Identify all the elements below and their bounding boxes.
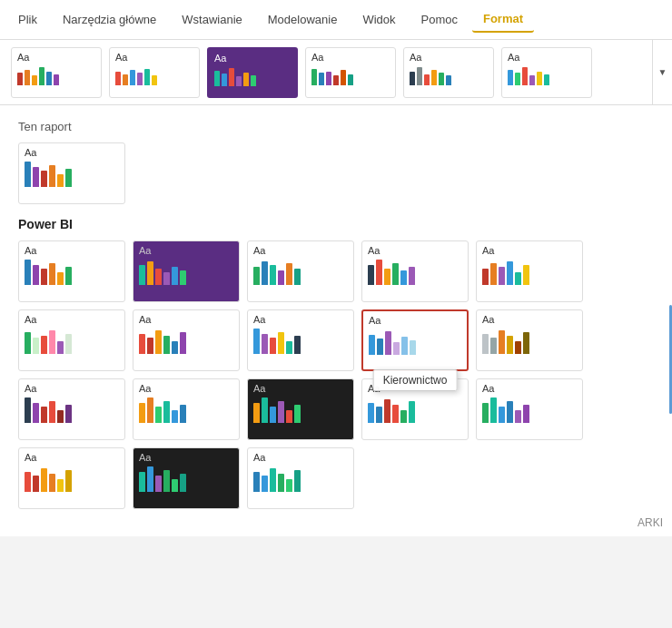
powerbi-theme-p2[interactable]: Aa — [133, 240, 240, 302]
menu-plik[interactable]: Plik — [7, 7, 48, 32]
powerbi-theme-p8[interactable]: Aa — [247, 309, 354, 371]
menu-bar: Plik Narzędzia główne Wstawianie Modelow… — [0, 0, 672, 40]
powerbi-theme-p18[interactable]: Aa — [247, 447, 354, 509]
menu-narzedzia[interactable]: Narzędzia główne — [52, 7, 167, 32]
powerbi-theme-p16[interactable]: Aa — [18, 447, 125, 509]
powerbi-theme-p6[interactable]: Aa — [18, 309, 125, 371]
ribbon-theme-r3[interactable]: Aa — [207, 47, 298, 98]
powerbi-theme-p10[interactable]: Aa — [476, 309, 583, 371]
powerbi-grid: AaAaAaAaAaAaAaAaAaKierownictwoAaAaAaAaAa… — [18, 240, 654, 509]
powerbi-theme-p11[interactable]: Aa — [18, 378, 125, 440]
menu-modelowanie[interactable]: Modelowanie — [257, 7, 349, 32]
ribbon-theme-r5[interactable]: Aa — [403, 47, 494, 98]
menu-wstawianie[interactable]: Wstawianie — [171, 7, 252, 32]
powerbi-theme-p9[interactable]: AaKierownictwo — [361, 309, 469, 371]
powerbi-theme-p5[interactable]: Aa — [476, 240, 583, 302]
this-report-theme-card[interactable]: Aa — [18, 142, 125, 204]
powerbi-label: Power BI — [18, 217, 654, 231]
this-report-grid: Aa — [18, 142, 654, 204]
powerbi-theme-p3[interactable]: Aa — [247, 240, 354, 302]
arki-label: ARKI — [637, 516, 663, 529]
menu-pomoc[interactable]: Pomoc — [410, 7, 469, 32]
powerbi-theme-p7[interactable]: Aa — [133, 309, 240, 371]
ribbon-theme-r2[interactable]: Aa — [109, 47, 200, 98]
ribbon-theme-r4[interactable]: Aa — [305, 47, 396, 98]
powerbi-theme-p13[interactable]: Aa — [247, 378, 354, 440]
ribbon-themes-row: AaAaAaAaAaAa▼ — [0, 40, 672, 105]
ribbon-theme-r1[interactable]: Aa — [11, 47, 102, 98]
powerbi-theme-p14[interactable]: Aa — [361, 378, 469, 440]
powerbi-theme-p4[interactable]: Aa — [361, 240, 469, 302]
ribbon-theme-r6[interactable]: Aa — [501, 47, 592, 98]
powerbi-theme-p17[interactable]: Aa — [133, 447, 240, 509]
menu-format[interactable]: Format — [472, 6, 534, 33]
powerbi-theme-p15[interactable]: Aa — [476, 378, 583, 440]
theme-panel: Ten raport Aa Power BI AaAaAaAaAaAaAaAaA… — [0, 105, 672, 536]
this-report-label: Ten raport — [18, 120, 654, 133]
powerbi-theme-p12[interactable]: Aa — [133, 378, 240, 440]
powerbi-theme-p1[interactable]: Aa — [18, 240, 125, 302]
ribbon-dropdown-button[interactable]: ▼ — [652, 40, 672, 104]
menu-widok[interactable]: Widok — [351, 7, 406, 32]
